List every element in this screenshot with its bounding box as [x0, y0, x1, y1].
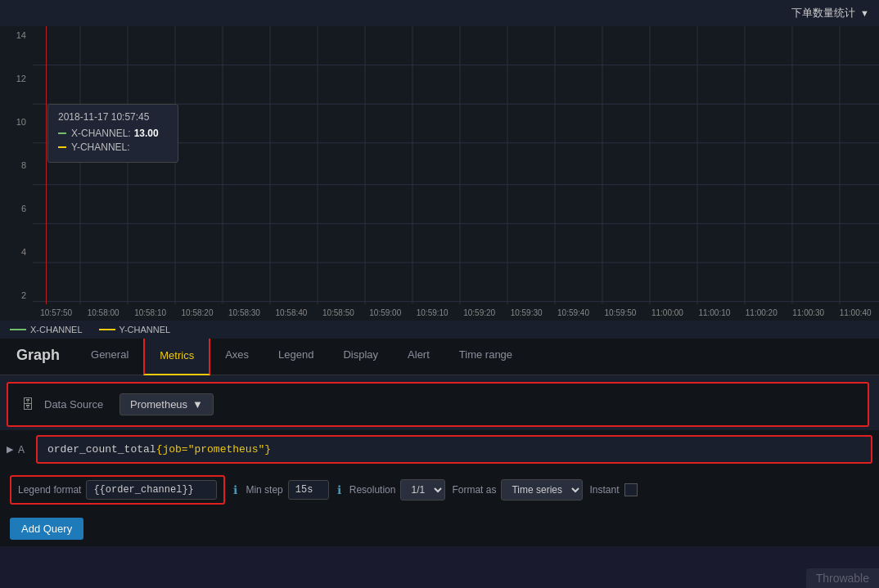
instant-group: Instant: [589, 483, 637, 496]
legend-format-input[interactable]: [86, 480, 217, 500]
legend-format-label: Legend format: [18, 484, 81, 496]
tooltip-x-channel-indicator: [58, 132, 66, 134]
x-label-8: 10:59:10: [409, 308, 456, 317]
datasource-select-button[interactable]: Prometheus ▼: [119, 393, 214, 415]
legend-y-channel-line: [99, 329, 115, 330]
resolution-group: Resolution 1/1 1/2 1/3: [349, 479, 446, 500]
x-label-3: 10:58:20: [174, 308, 220, 317]
min-step-label: Min step: [246, 484, 282, 496]
min-step-input[interactable]: [288, 480, 329, 500]
query-row: ▶ A order_count_total{job="prometheus"}: [0, 430, 879, 469]
x-label-2: 10:58:10: [127, 308, 174, 317]
legend-x-channel-line: [10, 329, 26, 330]
tooltip-time: 2018-11-17 10:57:45: [58, 111, 168, 123]
x-label-9: 10:59:20: [456, 308, 503, 317]
chart-tooltip: 2018-11-17 10:57:45 X-CHANNEL: 13.00 Y-C…: [47, 104, 178, 163]
x-label-13: 11:00:00: [644, 308, 691, 317]
tooltip-y-channel-label: Y-CHANNEL:: [71, 141, 130, 153]
options-row: Legend format ℹ Min step ℹ Resolution 1/…: [0, 469, 879, 511]
tab-metrics[interactable]: Metrics: [143, 336, 210, 375]
chart-panel: 下单数量统计 ▼ 2 4 6 8 10 12 14: [0, 0, 879, 335]
instant-label: Instant: [589, 484, 619, 496]
add-query-button[interactable]: Add Query: [10, 518, 83, 540]
x-label-6: 10:58:50: [315, 308, 362, 317]
tooltip-y-channel-indicator: [58, 146, 66, 148]
x-axis: 10:57:50 10:58:00 10:58:10 10:58:20 10:5…: [0, 304, 879, 321]
tab-axes[interactable]: Axes: [210, 336, 264, 375]
instant-checkbox[interactable]: [624, 483, 638, 496]
legend-format-group: Legend format: [10, 475, 225, 505]
legend-x-channel-label: X-CHANNEL: [30, 325, 83, 334]
tooltip-x-channel: X-CHANNEL: 13.00: [58, 128, 168, 139]
tab-time-range[interactable]: Time range: [444, 336, 527, 375]
query-letter: A: [18, 444, 31, 456]
min-step-group: Min step: [246, 480, 328, 500]
query-text-normal: order_count_total: [47, 443, 156, 456]
tab-bar: Graph General Metrics Axes Legend Displa…: [0, 336, 879, 375]
tab-general[interactable]: General: [76, 336, 143, 375]
datasource-dropdown-icon: ▼: [192, 398, 203, 411]
chart-title-bar: 下单数量统计 ▼: [0, 0, 879, 26]
datasource-value: Prometheus: [130, 398, 187, 411]
tab-display[interactable]: Display: [328, 336, 393, 375]
query-expand-icon[interactable]: ▶: [7, 444, 13, 455]
x-label-10: 10:59:30: [503, 308, 549, 317]
legend-x-channel[interactable]: X-CHANNEL: [10, 325, 83, 334]
x-label-12: 10:59:50: [597, 308, 643, 317]
x-label-7: 10:59:00: [362, 308, 408, 317]
resolution-label: Resolution: [349, 484, 396, 496]
x-label-0: 10:57:50: [33, 308, 79, 317]
chart-title-dropdown-icon[interactable]: ▼: [860, 8, 869, 18]
tab-legend[interactable]: Legend: [264, 336, 328, 375]
x-label-16: 11:00:30: [785, 308, 832, 317]
x-label-11: 10:59:40: [550, 308, 597, 317]
query-section: ▶ A order_count_total{job="prometheus"} …: [0, 430, 879, 511]
format-as-group: Format as Time series Table Heatmap: [452, 479, 583, 500]
graph-label: Graph: [0, 347, 76, 364]
x-label-4: 10:58:30: [221, 308, 268, 317]
format-as-select[interactable]: Time series Table Heatmap: [501, 479, 583, 500]
legend-y-channel[interactable]: Y-CHANNEL: [99, 325, 171, 334]
resolution-select[interactable]: 1/1 1/2 1/3: [400, 479, 445, 500]
graph-editor: Graph General Metrics Axes Legend Displa…: [0, 335, 879, 546]
query-text-highlight: {job="prometheus"}: [156, 443, 271, 456]
cursor-line: [46, 26, 47, 304]
x-label-17: 11:00:40: [832, 308, 878, 317]
chart-legend: X-CHANNEL Y-CHANNEL: [0, 321, 879, 339]
legend-format-info-icon[interactable]: ℹ: [232, 483, 239, 496]
tab-alert[interactable]: Alert: [393, 336, 444, 375]
chart-grid: [0, 26, 879, 304]
add-query-bar: Add Query: [0, 511, 879, 546]
x-label-15: 11:00:20: [738, 308, 785, 317]
datasource-row: 🗄 Data Source Prometheus ▼: [7, 382, 869, 427]
chart-area: 2 4 6 8 10 12 14: [0, 26, 879, 304]
tooltip-y-channel: Y-CHANNEL:: [58, 141, 168, 153]
min-step-info-icon[interactable]: ℹ: [336, 483, 343, 496]
datasource-label: Data Source: [44, 398, 110, 411]
x-label-1: 10:58:00: [79, 308, 126, 317]
chart-title: 下单数量统计: [791, 6, 855, 20]
tooltip-x-channel-label: X-CHANNEL:: [71, 128, 131, 139]
tooltip-x-channel-value: 13.00: [134, 128, 159, 139]
query-input[interactable]: order_count_total{job="prometheus"}: [36, 435, 872, 464]
x-label-14: 11:00:10: [691, 308, 737, 317]
format-as-label: Format as: [452, 484, 496, 496]
x-label-5: 10:58:40: [268, 308, 314, 317]
legend-y-channel-label: Y-CHANNEL: [119, 325, 171, 334]
database-icon: 🗄: [21, 397, 34, 412]
throwable-watermark: Throwable: [806, 568, 879, 588]
